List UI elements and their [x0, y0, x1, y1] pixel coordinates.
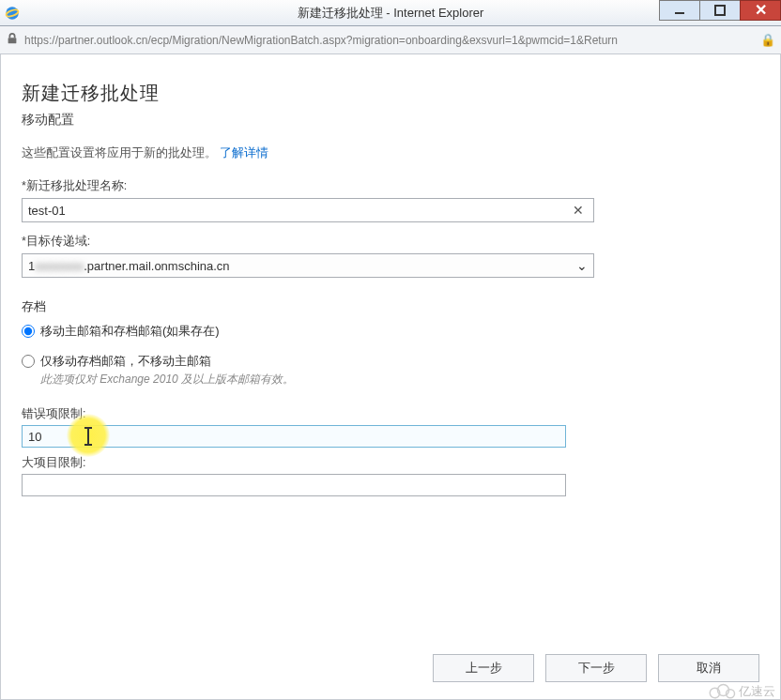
bad-item-limit-label: 错误项限制: — [22, 406, 759, 422]
large-item-limit-input[interactable] — [22, 474, 566, 496]
archive-option-only-label: 仅移动存档邮箱，不移动主邮箱 — [40, 353, 211, 370]
svg-rect-3 — [715, 6, 725, 15]
page-subtitle: 移动配置 — [22, 112, 759, 129]
page-title: 新建迁移批处理 — [22, 81, 759, 106]
page-description: 这些配置设置将应用于新的批处理。 了解详情 — [22, 145, 759, 161]
lock-icon — [6, 32, 19, 49]
svg-rect-4 — [8, 38, 17, 43]
batch-name-input[interactable] — [28, 204, 569, 218]
back-button[interactable]: 上一步 — [433, 654, 534, 682]
text-cursor-icon — [87, 428, 89, 445]
target-domain-select[interactable]: 1xxxxxxxx.partner.mail.onmschina.cn ⌄ — [22, 253, 594, 278]
large-item-limit-label: 大项目限制: — [22, 455, 759, 471]
batch-name-field[interactable]: ✕ — [22, 198, 594, 222]
target-domain-label: *目标传递域: — [22, 234, 759, 250]
archive-section-label: 存档 — [22, 298, 759, 315]
next-button[interactable]: 下一步 — [545, 654, 647, 682]
target-domain-value: 1xxxxxxxx.partner.mail.onmschina.cn — [28, 259, 230, 273]
page-content: 新建迁移批处理 移动配置 这些配置设置将应用于新的批处理。 了解详情 *新迁移批… — [0, 54, 781, 700]
refresh-icon[interactable]: 🔒 — [760, 33, 775, 47]
window-titlebar: 新建迁移批处理 - Internet Explorer ✕ — [0, 0, 781, 26]
archive-option-both[interactable]: 移动主邮箱和存档邮箱(如果存在) — [22, 323, 759, 340]
bad-item-limit-input[interactable] — [22, 425, 566, 448]
archive-option-only[interactable]: 仅移动存档邮箱，不移动主邮箱 — [22, 353, 759, 370]
footer-buttons: 上一步 下一步 取消 — [433, 654, 759, 682]
archive-option-only-note: 此选项仅对 Exchange 2010 及以上版本邮箱有效。 — [40, 372, 759, 388]
window-maximize-button[interactable] — [699, 0, 741, 21]
svg-rect-2 — [675, 12, 684, 14]
address-bar[interactable]: https://partner.outlook.cn/ecp/Migration… — [0, 26, 781, 54]
watermark: 亿速云 — [708, 683, 775, 700]
url-text: https://partner.outlook.cn/ecp/Migration… — [24, 34, 755, 47]
cancel-button[interactable]: 取消 — [658, 654, 759, 682]
ie-app-icon — [0, 5, 24, 22]
chevron-down-icon: ⌄ — [576, 258, 588, 273]
clear-input-icon[interactable]: ✕ — [569, 203, 588, 218]
archive-option-both-label: 移动主邮箱和存档邮箱(如果存在) — [40, 323, 220, 340]
watermark-text: 亿速云 — [739, 683, 775, 700]
window-controls: ✕ — [660, 0, 781, 21]
archive-option-only-radio[interactable] — [22, 355, 35, 368]
batch-name-label: *新迁移批处理名称: — [22, 178, 759, 194]
learn-more-link[interactable]: 了解详情 — [220, 146, 268, 160]
archive-option-both-radio[interactable] — [22, 325, 35, 338]
window-close-button[interactable]: ✕ — [740, 0, 781, 21]
window-minimize-button[interactable] — [659, 0, 700, 21]
watermark-icon — [708, 683, 736, 700]
